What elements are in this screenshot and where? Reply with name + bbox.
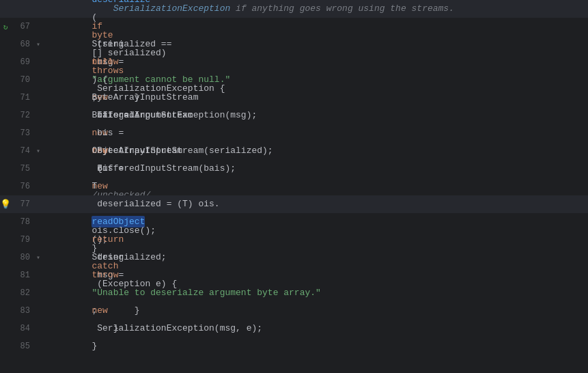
line-num-81: 81 bbox=[14, 271, 30, 280]
code-text-85: } bbox=[49, 320, 583, 373]
line-number-area-75: 75 bbox=[0, 164, 49, 174]
bulb-icon-77[interactable]: 💡 bbox=[0, 199, 11, 210]
line-num-80: 80 bbox=[14, 253, 30, 262]
token-indent77 bbox=[92, 163, 156, 174]
line-num-84: 84 bbox=[14, 324, 30, 333]
line-number-area-71: 71 bbox=[0, 93, 49, 102]
line-num-69: 69 bbox=[14, 57, 30, 67]
fold-80[interactable]: ▾ bbox=[33, 253, 44, 262]
line-num-78: 78 bbox=[14, 217, 30, 227]
code-content: SerializationException if anything goes … bbox=[0, 0, 588, 373]
line-number-area-83: 83 bbox=[0, 306, 49, 316]
fold-68[interactable]: ▾ bbox=[33, 40, 44, 49]
line-num-79: 79 bbox=[14, 235, 30, 245]
line-num-85: 85 bbox=[14, 342, 30, 351]
line-number-area-69: 69 bbox=[0, 57, 49, 67]
line-num-77: 77 bbox=[14, 199, 30, 209]
line-number-area-68: 68 ▾ bbox=[0, 40, 49, 49]
line-number-area-85: 85 bbox=[0, 342, 49, 351]
line-number-area-80: 80 ▾ bbox=[0, 253, 49, 262]
token-throw82: throw bbox=[92, 270, 118, 280]
line-number-area-78: 78 bbox=[0, 217, 49, 227]
line-num-68: 68 bbox=[14, 40, 30, 49]
line-number-area-67: ↻ 67 bbox=[0, 22, 49, 31]
line-num-71: 71 bbox=[14, 93, 30, 102]
line-num-82: 82 bbox=[14, 288, 30, 298]
token-indent73 bbox=[92, 92, 134, 102]
code-editor: SerializationException if anything goes … bbox=[0, 0, 588, 373]
line-number-area-76: 76 bbox=[0, 182, 49, 191]
token-indent70 bbox=[92, 39, 156, 49]
line-num-74: 74 bbox=[14, 146, 30, 156]
line-number-area-72: 72 bbox=[0, 111, 49, 120]
line-num-70: 70 bbox=[14, 75, 30, 85]
line-number-area-74: 74 ▾ bbox=[0, 146, 49, 156]
token-85: } bbox=[92, 341, 97, 351]
line-number-area-70: 70 bbox=[0, 75, 49, 85]
line-num-67: 67 bbox=[14, 22, 30, 31]
line-number-area-79: 79 bbox=[0, 235, 49, 245]
token-indent75 bbox=[92, 128, 156, 138]
line-num-72: 72 bbox=[14, 111, 30, 120]
line-number-area-82: 82 bbox=[0, 288, 49, 298]
line-num-73: 73 bbox=[14, 128, 30, 138]
line-number-area-81: 81 bbox=[0, 271, 49, 280]
line-number-area-77: 💡 77 bbox=[0, 199, 49, 210]
line-num-83: 83 bbox=[14, 306, 30, 316]
line-number-area-84: 84 bbox=[0, 324, 49, 333]
token-indent82 bbox=[92, 252, 156, 262]
code-line-85[interactable]: 85 } bbox=[0, 337, 588, 355]
fold-74[interactable]: ▾ bbox=[33, 147, 44, 155]
line-num-75: 75 bbox=[14, 164, 30, 174]
line-number-area-73: 73 bbox=[0, 128, 49, 138]
gutter-67: ↻ bbox=[0, 23, 11, 31]
line-num-76: 76 bbox=[14, 182, 30, 191]
